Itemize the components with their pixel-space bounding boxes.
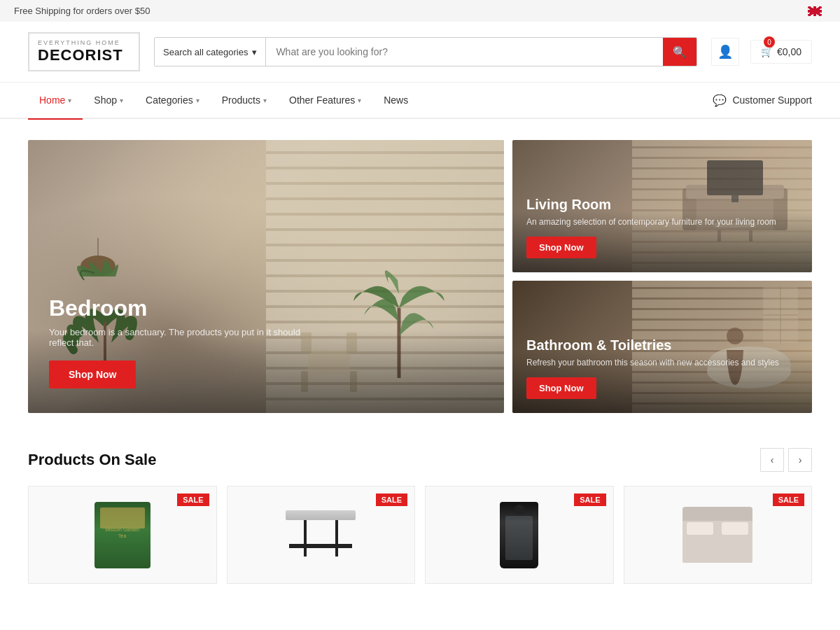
- hero-main-overlay: Bedroom Your bedroom is a sanctuary. The…: [28, 274, 504, 413]
- hero-main-shop-btn[interactable]: Shop Now: [49, 360, 136, 388]
- nav-categories-label: Categories: [146, 94, 193, 106]
- tea-label: Mission GardenTea: [105, 526, 139, 539]
- product-image-table: [286, 510, 356, 559]
- hero-lr-desc: An amazing selection of contemporary fur…: [526, 216, 798, 228]
- product-card-tea[interactable]: SALE Mission GardenTea: [28, 486, 217, 584]
- product-image-tea: Mission GardenTea: [94, 502, 150, 568]
- nav-item-products[interactable]: Products ▾: [211, 82, 278, 118]
- sale-badge-tea: SALE: [177, 493, 209, 506]
- search-bar: Search all categories ▾ 🔍: [154, 37, 697, 66]
- nav-products-label: Products: [222, 94, 260, 106]
- nav-home-label: Home: [39, 94, 65, 106]
- hero-bath-title: Bathroom & Toiletries: [526, 337, 798, 354]
- header: EVERYTHING HOME DECORIST Search all cate…: [0, 22, 840, 83]
- hero-section: Bedroom Your bedroom is a sanctuary. The…: [0, 119, 840, 427]
- sale-badge-bed: SALE: [773, 493, 804, 506]
- hero-bath-overlay: Bathroom & Toiletries Refresh your bathr…: [512, 325, 812, 413]
- logo-main: DECORIST: [38, 46, 130, 64]
- products-next-btn[interactable]: ›: [788, 448, 812, 472]
- hero-living-room-card: Living Room An amazing selection of cont…: [512, 140, 812, 272]
- top-bar-right: [808, 6, 826, 16]
- products-prev-btn[interactable]: ‹: [760, 448, 784, 472]
- top-bar: Free Shipping for orders over $50: [0, 0, 840, 22]
- bed-pillow-right: [722, 522, 748, 535]
- hero-lr-shop-btn[interactable]: Shop Now: [526, 237, 596, 258]
- nav-shop-label: Shop: [94, 94, 117, 106]
- nav-home-arrow: ▾: [68, 97, 71, 104]
- sale-badge-press: SALE: [574, 493, 606, 506]
- press-knob: [514, 505, 524, 514]
- nav-item-categories[interactable]: Categories ▾: [134, 82, 211, 118]
- hero-bath-desc: Refresh your bathroom this season with n…: [526, 357, 798, 369]
- products-section: Products On Sale ‹ › SALE Mission Garden…: [0, 427, 840, 605]
- product-image-press: [500, 502, 538, 568]
- nav-other-arrow: ▾: [358, 97, 361, 104]
- nav-items: Home ▾ Shop ▾ Categories ▾ Products ▾ Ot…: [28, 82, 713, 118]
- logo-sub: EVERYTHING HOME: [38, 39, 130, 46]
- hero-lr-title: Living Room: [526, 197, 798, 213]
- support-label: Customer Support: [732, 94, 812, 106]
- cart-button[interactable]: 🛒 0 €0,00: [750, 40, 812, 64]
- bed-pillow-left: [687, 522, 713, 535]
- table-top: [286, 510, 356, 520]
- search-icon: 🔍: [673, 46, 687, 59]
- flag-icon: [808, 6, 822, 16]
- table-leg-r: [335, 520, 338, 556]
- hero-main-desc: Your bedroom is a sanctuary. The product…: [49, 327, 315, 348]
- table-leg-l: [304, 520, 307, 556]
- nav-categories-arrow: ▾: [196, 97, 200, 104]
- product-card-bed[interactable]: SALE: [624, 486, 813, 584]
- hero-bath-shop-btn[interactable]: Shop Now: [526, 377, 596, 399]
- product-image-bed: [682, 507, 752, 563]
- sale-badge-table: SALE: [376, 493, 407, 506]
- table-shelf: [289, 544, 352, 548]
- nav-news-label: News: [384, 94, 408, 106]
- cart-icon: 🛒: [761, 46, 773, 57]
- hero-side-cards: Living Room An amazing selection of cont…: [512, 140, 812, 413]
- product-card-table[interactable]: SALE: [227, 486, 416, 584]
- chevron-down-icon: ▾: [252, 47, 257, 57]
- products-header: Products On Sale ‹ ›: [28, 448, 812, 472]
- hero-bathroom-card: Bathroom & Toiletries Refresh your bathr…: [512, 281, 812, 413]
- products-grid: SALE Mission GardenTea SALE SALE: [28, 486, 812, 584]
- nav-item-other-features[interactable]: Other Features ▾: [278, 82, 372, 118]
- search-category-label: Search all categories: [163, 47, 248, 57]
- logo[interactable]: EVERYTHING HOME DECORIST: [28, 32, 140, 71]
- table-legs: [286, 520, 356, 556]
- nav-other-label: Other Features: [289, 94, 355, 106]
- products-nav-arrows: ‹ ›: [760, 448, 812, 472]
- hero-main-title: Bedroom: [49, 295, 483, 321]
- product-card-press[interactable]: SALE: [425, 486, 614, 584]
- shipping-text: Free Shipping for orders over $50: [14, 6, 150, 16]
- customer-support[interactable]: 💬 Customer Support: [713, 94, 812, 107]
- account-button[interactable]: 👤: [711, 38, 739, 66]
- products-title: Products On Sale: [28, 451, 156, 469]
- nav-shop-arrow: ▾: [120, 97, 123, 104]
- hero-lr-overlay: Living Room An amazing selection of cont…: [512, 184, 812, 272]
- press-body: [505, 516, 533, 560]
- search-category-select[interactable]: Search all categories ▾: [155, 38, 266, 66]
- header-icons: 👤 🛒 0 €0,00: [711, 38, 812, 66]
- support-icon: 💬: [713, 94, 727, 107]
- main-nav: Home ▾ Shop ▾ Categories ▾ Products ▾ Ot…: [0, 83, 840, 119]
- search-input[interactable]: [266, 38, 663, 66]
- cart-price: €0,00: [777, 46, 802, 57]
- nav-item-shop[interactable]: Shop ▾: [83, 82, 134, 118]
- hero-main-card: Bedroom Your bedroom is a sanctuary. The…: [28, 140, 504, 413]
- account-icon: 👤: [718, 44, 733, 59]
- nav-products-arrow: ▾: [263, 97, 267, 104]
- nav-item-news[interactable]: News: [372, 82, 419, 118]
- search-button[interactable]: 🔍: [663, 38, 696, 66]
- nav-item-home[interactable]: Home ▾: [28, 82, 83, 118]
- cart-badge: 0: [764, 36, 775, 48]
